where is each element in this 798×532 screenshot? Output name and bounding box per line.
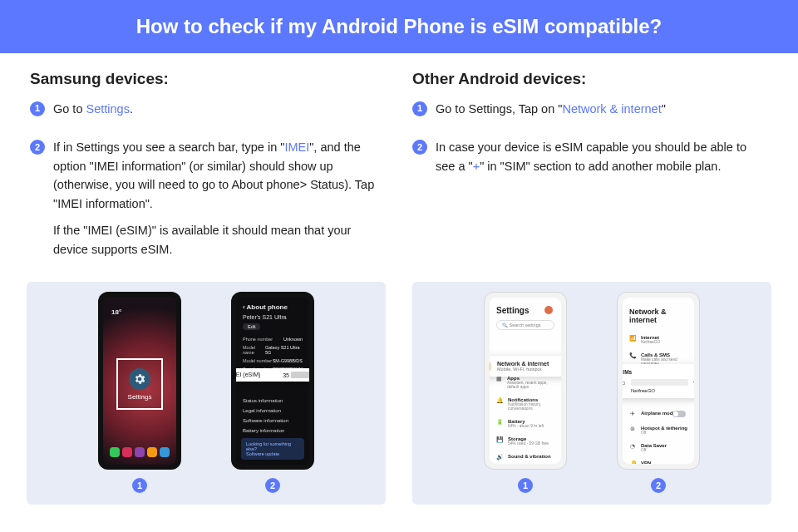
value: SM-G998B/DS: [273, 358, 303, 363]
sim-icon: ▭: [623, 379, 626, 387]
other-column: Other Android devices: 1 Go to Settings,…: [412, 70, 768, 278]
text: If the "IMEI (eSIM)" is available it sho…: [53, 221, 386, 259]
samsung-step-2: 2 If in Settings you see a search bar, t…: [30, 138, 386, 267]
text: ": [662, 102, 666, 116]
item-sub: 54% used - 59 GB free: [508, 441, 549, 446]
step-text: In case your device is eSIM capable you …: [436, 138, 768, 184]
redacted: [291, 372, 309, 378]
section: Software information: [236, 415, 309, 425]
item-sub: NetfreeGO: [641, 340, 660, 344]
samsung-phone-1-wrap: 18° Settings 1: [98, 292, 181, 493]
item-sub: 64% - about 9 hr left: [508, 424, 544, 428]
wifi-icon: 📶: [629, 335, 636, 342]
step-badge: 1: [412, 101, 427, 116]
other-phone-2: Network & internet 📶InternetNetfreeGO 📞C…: [617, 292, 700, 470]
item-title: Sound & vibration: [508, 454, 551, 459]
plus-icon: +: [693, 378, 694, 387]
footer-question: Looking for something else?: [246, 441, 299, 451]
caption-badge: 1: [132, 478, 147, 493]
sims-heading: SIMs: [623, 369, 694, 375]
step-text: Go to Settings, Tap on "Network & intern…: [436, 100, 666, 126]
settings-label: Settings: [128, 393, 152, 401]
step-badge: 2: [30, 140, 45, 155]
content-columns: Samsung devices: 1 Go to Settings. 2 If …: [0, 53, 798, 278]
list-item: 💾Storage54% used - 59 GB free: [490, 432, 561, 450]
list-item: ◔Data SaverOff: [623, 439, 694, 456]
text: .: [130, 102, 133, 116]
item-title: VPN: [641, 461, 651, 464]
settings-link[interactable]: Settings: [86, 102, 130, 116]
sound-icon: 🔊: [496, 454, 503, 461]
step-text: Go to Settings.: [53, 100, 133, 126]
label: Model number: [243, 358, 272, 363]
weather-widget: 18°: [111, 308, 121, 316]
sims-callout: SIMs ▭ + NetfreeGO: [623, 364, 694, 398]
item-sub: Notification history, conversations: [508, 402, 554, 411]
imei-label: IMEI (eSIM): [236, 372, 260, 378]
app-dock: [108, 445, 171, 460]
text: If in Settings you see a search bar, typ…: [53, 140, 284, 154]
value: Galaxy S21 Ultra 5G: [265, 345, 303, 355]
footer-card: Looking for something else? Software upd…: [241, 438, 304, 460]
section: Status information: [236, 395, 309, 405]
text: Go to Settings, Tap on ": [436, 102, 562, 116]
samsung-phone-2-wrap: ‹ About phone Peter's S21 Ultra Edit Pho…: [231, 292, 314, 493]
text: " in "SIM" section to add another mobile…: [480, 160, 721, 173]
section: Battery information: [236, 425, 309, 435]
caption-badge: 1: [518, 478, 533, 493]
device-name: Peter's S21 Ultra: [236, 314, 309, 322]
other-gallery: Settings 🔍 Search settings 📶 Network & i…: [412, 282, 771, 505]
other-phone-1: Settings 🔍 Search settings 📶 Network & i…: [484, 292, 567, 470]
samsung-phone-2: ‹ About phone Peter's S21 Ultra Edit Pho…: [231, 292, 314, 470]
network-internet-link[interactable]: Network & internet: [562, 102, 661, 116]
gear-icon: [129, 368, 150, 390]
label: Phone number: [243, 337, 273, 342]
imei-esim-callout: IMEI (eSIM) 35: [236, 368, 309, 382]
item-title: Airplane mode: [641, 411, 676, 416]
apps-icon: ▦: [496, 376, 502, 382]
toggle: [672, 411, 686, 417]
storage-icon: 💾: [496, 436, 503, 443]
section: Legal information: [236, 405, 309, 415]
samsung-phone-1: 18° Settings: [98, 292, 181, 470]
phone-icon: 📞: [629, 352, 636, 359]
imei-value-prefix: 35: [283, 372, 289, 378]
other-phone-1-wrap: Settings 🔍 Search settings 📶 Network & i…: [484, 292, 567, 493]
callout-sub: Mobile, Wi-Fi, hotspot: [497, 367, 549, 372]
sim-name: NetfreeGO: [631, 388, 694, 393]
list-item: 📶InternetNetfreeGO: [623, 331, 694, 348]
other-phone-2-wrap: Network & internet 📶InternetNetfreeGO 📞C…: [617, 292, 700, 493]
item-sub: Off: [641, 448, 667, 452]
datasaver-icon: ◔: [629, 443, 636, 450]
item-sub: Assistant, recent apps, default apps: [507, 381, 554, 389]
network-internet-callout: 📶 Network & internet Mobile, Wi-Fi, hots…: [490, 356, 561, 377]
list-item: ✈Airplane mode: [623, 406, 694, 421]
airplane-icon: ✈: [629, 411, 636, 417]
samsung-column: Samsung devices: 1 Go to Settings. 2 If …: [30, 70, 386, 278]
wifi-icon: 📶: [490, 362, 490, 371]
step-text: If in Settings you see a search bar, typ…: [53, 138, 386, 267]
battery-icon: 🔋: [496, 419, 503, 426]
caption-badge: 2: [265, 478, 280, 493]
list-item: 🔊Sound & vibration: [490, 450, 561, 464]
label: Model name: [243, 345, 265, 355]
about-phone-header: ‹ About phone: [236, 297, 309, 314]
other-step-2: 2 In case your device is eSIM capable yo…: [412, 138, 768, 184]
list-item: ⊚Hotspot & tetheringOff: [623, 421, 694, 439]
samsung-gallery: 18° Settings 1 ‹ About phone: [27, 282, 386, 505]
item-sub: Off: [641, 431, 687, 435]
plus-link[interactable]: +: [473, 160, 480, 173]
hotspot-icon: ⊚: [629, 426, 636, 432]
list-item: 🔑VPNNone: [623, 456, 694, 464]
list-item: 🔔NotificationsNotification history, conv…: [490, 393, 561, 415]
other-step-1: 1 Go to Settings, Tap on "Network & inte…: [412, 100, 768, 126]
search-placeholder: Search settings: [510, 323, 541, 328]
item-title: Hotspot & tethering: [641, 426, 687, 431]
value: Unknown: [283, 337, 303, 342]
edit-button: Edit: [243, 323, 260, 330]
footer-link: Software update: [246, 451, 299, 456]
list-item: 🔋Battery64% - about 9 hr left: [490, 415, 561, 432]
imei-link[interactable]: IMEI: [284, 140, 309, 154]
search-input: 🔍 Search settings: [496, 320, 554, 330]
samsung-heading: Samsung devices:: [30, 70, 386, 88]
